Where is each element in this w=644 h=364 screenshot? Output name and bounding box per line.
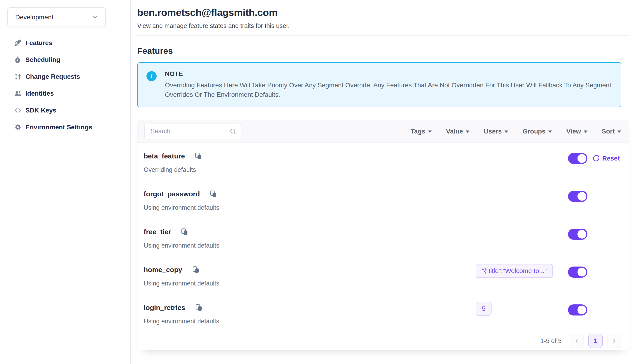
filter-bar: Tags Value Users Groups: [411, 128, 622, 135]
pagination-range: 1-5 of 5: [540, 338, 562, 344]
page-title: ben.rometsch@flagsmith.com: [137, 7, 629, 18]
features-section-heading: Features: [137, 46, 629, 56]
feature-toggle[interactable]: [568, 191, 588, 202]
filter-groups[interactable]: Groups: [522, 128, 552, 135]
change-requests-icon: [14, 73, 22, 80]
feature-status: Using environment defaults: [144, 318, 476, 325]
sidebar-item-label: Identities: [26, 90, 54, 97]
environment-selector[interactable]: Development: [8, 8, 106, 27]
caret-down-icon: [548, 130, 552, 133]
sidebar: Development Features: [0, 0, 131, 364]
refresh-icon: [592, 154, 600, 162]
filter-sort[interactable]: Sort: [602, 128, 621, 135]
feature-toggle[interactable]: [568, 153, 588, 164]
caret-down-icon: [504, 130, 508, 133]
copy-icon[interactable]: [195, 152, 202, 160]
feature-status: Using environment defaults: [144, 204, 476, 211]
sidebar-item-label: Change Requests: [26, 73, 80, 80]
sidebar-item-label: SDK Keys: [26, 107, 56, 114]
feature-value-chip[interactable]: "{"title":"Welcome to...": [476, 264, 553, 278]
chevron-right-icon: ›: [613, 336, 616, 344]
feature-row-login-retries[interactable]: login_retries Using environment defaults…: [138, 294, 629, 332]
filter-users[interactable]: Users: [484, 128, 508, 135]
note-title: NOTE: [165, 70, 612, 78]
sidebar-item-environment-settings[interactable]: Environment Settings: [8, 122, 123, 132]
sidebar-item-label: Environment Settings: [26, 124, 92, 131]
feature-status: Using environment defaults: [144, 280, 476, 287]
feature-status: Overriding defaults: [144, 166, 476, 174]
feature-row-beta-feature[interactable]: beta_feature Overriding defaults: [138, 142, 629, 180]
copy-icon[interactable]: [192, 266, 199, 274]
sidebar-item-change-requests[interactable]: Change Requests: [8, 72, 123, 81]
feature-row-free-tier[interactable]: free_tier Using environment defaults: [138, 218, 629, 256]
filter-value[interactable]: Value: [446, 128, 469, 135]
note-banner: i NOTE Overriding Features Here Will Tak…: [137, 62, 621, 107]
features-panel: Tags Value Users Groups: [137, 120, 629, 350]
identities-icon: [14, 90, 22, 98]
flagsmith-app: Development Features: [0, 0, 644, 364]
filter-tags[interactable]: Tags: [411, 128, 432, 135]
info-icon: i: [146, 71, 156, 81]
sidebar-item-identities[interactable]: Identities: [8, 89, 123, 98]
code-icon: [14, 106, 22, 114]
filter-view[interactable]: View: [566, 128, 588, 135]
search-icon: [229, 128, 237, 136]
pagination-prev-button[interactable]: ‹: [570, 334, 584, 348]
sidebar-item-features[interactable]: Features: [8, 38, 123, 48]
copy-icon[interactable]: [210, 190, 217, 198]
header-divider: [137, 35, 629, 36]
feature-toggle[interactable]: [568, 266, 588, 278]
environment-selector-value: Development: [15, 14, 53, 21]
feature-status: Using environment defaults: [144, 242, 476, 249]
feature-value-chip[interactable]: 5: [476, 302, 492, 316]
feature-name: beta_feature: [144, 152, 185, 160]
sidebar-item-sdk-keys[interactable]: SDK Keys: [8, 106, 123, 115]
caret-down-icon: [618, 130, 621, 133]
copy-icon[interactable]: [181, 228, 188, 236]
pagination-next-button[interactable]: ›: [607, 334, 621, 348]
chevron-down-icon: [91, 13, 99, 22]
page-subtitle: View and manage feature states and trait…: [137, 22, 629, 30]
caret-down-icon: [428, 130, 432, 133]
sidebar-item-scheduling[interactable]: Scheduling: [8, 55, 123, 64]
feature-toggle[interactable]: [568, 229, 588, 240]
feature-row-forgot-password[interactable]: forgot_password Using environment defaul…: [138, 180, 629, 218]
sidebar-nav: Features Scheduling: [8, 38, 123, 139]
feature-name: forgot_password: [144, 190, 200, 198]
stopwatch-icon: [14, 56, 22, 64]
pagination-page-1-button[interactable]: 1: [588, 334, 603, 348]
caret-down-icon: [466, 130, 469, 133]
feature-name: login_retries: [144, 304, 185, 312]
pagination: 1-5 of 5 ‹ 1 ›: [138, 332, 629, 350]
search-input[interactable]: [144, 124, 241, 139]
feature-name: free_tier: [144, 228, 171, 236]
rocket-icon: [14, 39, 22, 47]
note-body: Overriding Features Here Will Take Prior…: [165, 80, 612, 99]
copy-icon[interactable]: [196, 304, 202, 311]
gear-icon: [14, 123, 22, 131]
feature-row-home-copy[interactable]: home_copy Using environment defaults "{"…: [138, 256, 629, 294]
feature-toggle[interactable]: [568, 304, 588, 316]
feature-name: home_copy: [144, 266, 182, 274]
reset-button[interactable]: Reset: [592, 153, 620, 164]
sidebar-item-label: Scheduling: [26, 56, 60, 64]
chevron-left-icon: ‹: [576, 336, 578, 344]
caret-down-icon: [584, 130, 588, 133]
main-content: ben.rometsch@flagsmith.com View and mana…: [131, 0, 644, 364]
sidebar-item-label: Features: [26, 39, 52, 47]
features-toolbar: Tags Value Users Groups: [138, 120, 629, 142]
